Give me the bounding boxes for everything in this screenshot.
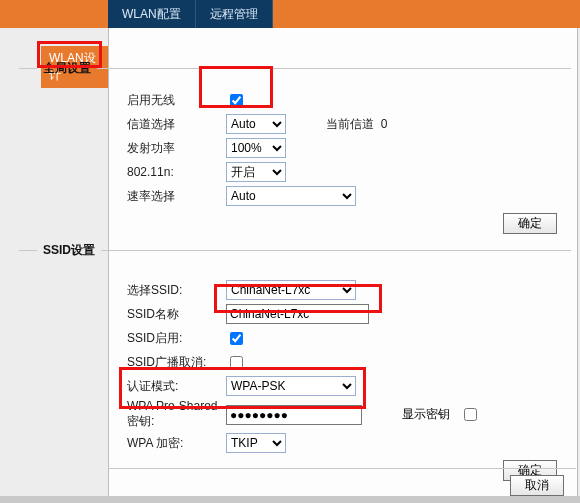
rate-label: 速率选择	[127, 188, 226, 205]
channel-select-label: 信道选择	[127, 116, 226, 133]
show-key-checkbox[interactable]	[464, 408, 477, 421]
tx-power-select[interactable]: 100%	[226, 138, 286, 158]
top-bar: WLAN配置 远程管理	[0, 0, 580, 28]
ssid-bcast-cancel-label: SSID广播取消:	[127, 354, 226, 371]
psk-label: WPA Pre-Shared 密钥:	[127, 399, 226, 430]
ssid-enable-checkbox[interactable]	[230, 332, 243, 345]
tab-remote-mgmt[interactable]: 远程管理	[196, 0, 273, 28]
tabs: WLAN配置 远程管理	[108, 0, 273, 28]
ssid-settings-group: SSID设置 选择SSID: ChinaNet-L7xc SSID名称 SSID…	[19, 242, 571, 483]
ssid-bcast-cancel-checkbox[interactable]	[230, 356, 243, 369]
current-channel-text: 当前信道 0	[326, 116, 387, 133]
tx-power-label: 发射功率	[127, 140, 226, 157]
select-ssid-label: 选择SSID:	[127, 282, 226, 299]
dot11n-label: 802.11n:	[127, 165, 226, 179]
tab-wlan-config[interactable]: WLAN配置	[108, 0, 196, 28]
ssid-name-input[interactable]	[226, 304, 369, 324]
select-ssid[interactable]: ChinaNet-L7xc	[226, 280, 356, 300]
auth-mode-label: 认证模式:	[127, 378, 226, 395]
psk-input[interactable]	[226, 405, 362, 425]
global-confirm-button[interactable]: 确定	[503, 213, 557, 234]
bottom-bar: 取消	[108, 468, 576, 496]
show-key-label: 显示密钥	[402, 406, 450, 423]
main-panel: 全局设置 启用无线 信道选择 Auto 当前信道 0 发射功率 10	[108, 28, 578, 500]
dot11n-select[interactable]: 开启	[226, 162, 286, 182]
wpa-enc-select[interactable]: TKIP	[226, 433, 286, 453]
global-legend: 全局设置	[37, 60, 97, 77]
ssid-name-label: SSID名称	[127, 306, 226, 323]
cancel-button[interactable]: 取消	[510, 475, 564, 496]
enable-wireless-checkbox[interactable]	[230, 94, 243, 107]
bottom-edge	[0, 496, 580, 503]
ssid-enable-label: SSID启用:	[127, 330, 226, 347]
auth-mode-select[interactable]: WPA-PSK	[226, 376, 356, 396]
global-settings-group: 全局设置 启用无线 信道选择 Auto 当前信道 0 发射功率 10	[19, 60, 571, 236]
wpa-enc-label: WPA 加密:	[127, 435, 226, 452]
rate-select[interactable]: Auto	[226, 186, 356, 206]
enable-wireless-label: 启用无线	[127, 92, 226, 109]
channel-select[interactable]: Auto	[226, 114, 286, 134]
ssid-legend: SSID设置	[37, 242, 101, 259]
